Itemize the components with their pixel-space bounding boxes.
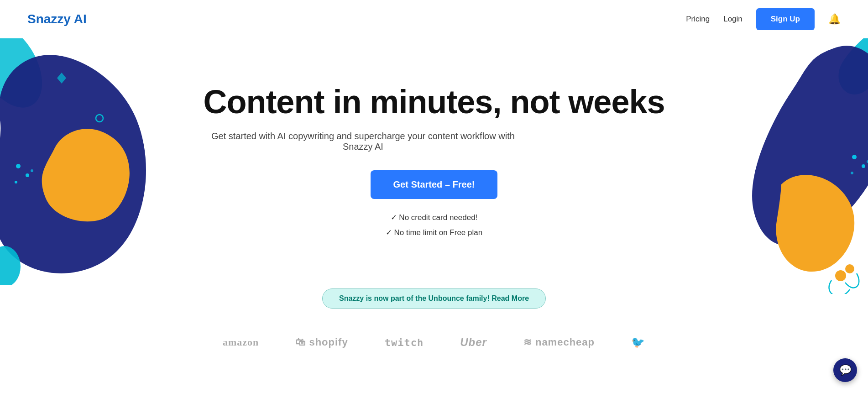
namecheap-logo: ≋ namecheap bbox=[523, 336, 595, 348]
svg-point-4 bbox=[15, 181, 17, 183]
svg-point-13 bbox=[835, 270, 846, 281]
svg-point-9 bbox=[852, 155, 857, 159]
svg-point-11 bbox=[851, 172, 853, 174]
shopify-logo: 🛍 shopify bbox=[295, 336, 348, 348]
svg-point-3 bbox=[26, 173, 29, 177]
amazon-logo: amazon bbox=[223, 336, 259, 348]
svg-point-10 bbox=[862, 164, 865, 168]
twitch-logo: twitch bbox=[385, 337, 424, 348]
pricing-link[interactable]: Pricing bbox=[686, 15, 710, 24]
feature-no-credit-card: ✓ No credit card needed! bbox=[391, 213, 478, 222]
hero-subtitle: Get started with AI copywriting and supe… bbox=[203, 131, 523, 152]
svg-point-5 bbox=[31, 169, 33, 172]
chat-icon: 💬 bbox=[839, 364, 852, 376]
svg-point-2 bbox=[16, 164, 21, 168]
svg-point-14 bbox=[845, 264, 854, 273]
navbar: Snazzy AI Pricing Login Sign Up 🔔 bbox=[0, 0, 868, 38]
chat-widget[interactable]: 💬 bbox=[833, 358, 857, 382]
bell-icon[interactable]: 🔔 bbox=[828, 13, 841, 25]
twitter-logo: 🐦 bbox=[631, 336, 645, 349]
hero-content: Content in minutes, not weeks Get starte… bbox=[203, 84, 664, 256]
hero-title: Content in minutes, not weeks bbox=[203, 84, 664, 120]
announcement-banner[interactable]: Snazzy is now part of the Unbounce famil… bbox=[322, 288, 546, 309]
left-blob-decoration bbox=[0, 38, 164, 285]
logo[interactable]: Snazzy AI bbox=[27, 12, 87, 26]
hero-section: Content in minutes, not weeks Get starte… bbox=[0, 38, 868, 358]
right-blob-decoration bbox=[690, 38, 868, 294]
signup-button[interactable]: Sign Up bbox=[756, 8, 815, 30]
nav-right: Pricing Login Sign Up 🔔 bbox=[686, 8, 841, 30]
feature-checks: ✓ No credit card needed! ✓ No time limit… bbox=[203, 213, 664, 237]
logos-bar: amazon 🛍 shopify twitch Uber ≋ namecheap… bbox=[0, 327, 868, 358]
uber-logo: Uber bbox=[460, 336, 487, 349]
feature-no-time-limit: ✓ No time limit on Free plan bbox=[386, 228, 482, 237]
login-link[interactable]: Login bbox=[723, 15, 743, 24]
cta-button[interactable]: Get Started – Free! bbox=[371, 170, 498, 199]
